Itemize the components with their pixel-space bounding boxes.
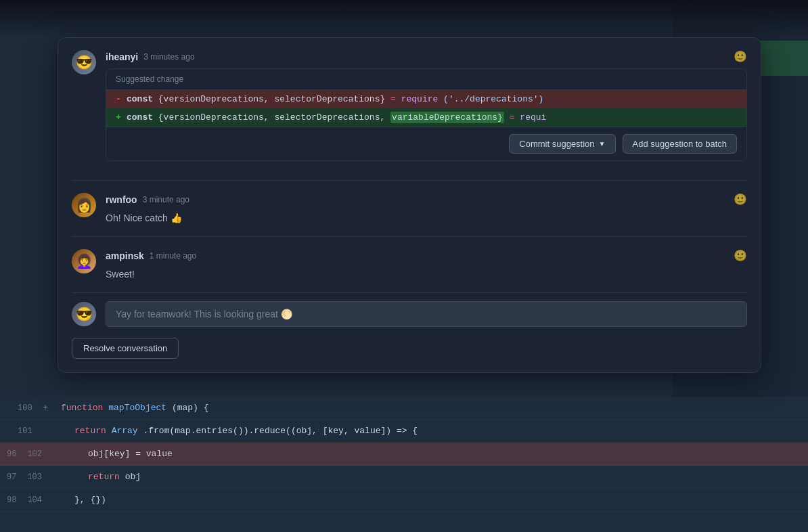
diff-removed-line: - const {versionDeprecations, selectorDe… bbox=[106, 90, 746, 108]
emoji-btn-ampinsk[interactable]: 🙂 bbox=[734, 249, 747, 262]
reply-row: Yay for teamwork! This is looking great … bbox=[58, 293, 761, 335]
conversation-panel: iheanyi 3 minutes ago 🙂 Suggested change… bbox=[58, 37, 761, 373]
time-iheanyi: 3 minutes ago bbox=[143, 52, 194, 62]
add-to-batch-button[interactable]: Add suggestion to batch bbox=[623, 134, 738, 154]
comment-header-rwnfoo: rwnfoo 3 minute ago 🙂 bbox=[106, 193, 747, 206]
avatar-current-user bbox=[72, 302, 96, 326]
emoji-btn-rwnfoo[interactable]: 🙂 bbox=[734, 193, 747, 206]
bg-code-bottom: 100 + function mapToObject (map) { 101 +… bbox=[0, 397, 808, 532]
avatar-rwnfoo bbox=[72, 193, 96, 217]
author-ampinsk: ampinsk bbox=[106, 250, 144, 261]
commit-button-label: Commit suggestion bbox=[519, 139, 594, 149]
suggestion-box: Suggested change - const {versionDepreca… bbox=[106, 68, 747, 161]
diff-added-code: const {versionDeprecations, selectorDepr… bbox=[127, 112, 546, 123]
diff-added-line: + const {versionDeprecations, selectorDe… bbox=[106, 108, 746, 127]
emoji-btn-iheanyi[interactable]: 🙂 bbox=[734, 50, 747, 63]
avatar-iheanyi bbox=[72, 50, 96, 74]
diff-minus-marker: - bbox=[116, 94, 127, 104]
reply-input[interactable]: Yay for teamwork! This is looking great … bbox=[106, 301, 747, 327]
time-ampinsk: 1 minute ago bbox=[150, 251, 196, 261]
code-line-101: 101 + return Array .from(map.entries()).… bbox=[0, 420, 808, 443]
diff-highlight: variableDeprecations} bbox=[390, 112, 504, 123]
commit-chevron-icon: ▼ bbox=[599, 140, 606, 148]
suggestion-label: Suggested change bbox=[106, 69, 746, 90]
diff-plus-marker: + bbox=[116, 112, 127, 123]
comment-iheanyi: iheanyi 3 minutes ago 🙂 Suggested change… bbox=[58, 38, 761, 180]
code-line-98-104: 98 104 + }, {}) bbox=[0, 489, 808, 512]
author-iheanyi: iheanyi bbox=[106, 51, 138, 62]
comment-header-iheanyi: iheanyi 3 minutes ago 🙂 bbox=[106, 50, 747, 63]
code-line-97-103: 97 103 + return obj bbox=[0, 466, 808, 489]
comment-content-ampinsk: ampinsk 1 minute ago 🙂 Sweet! bbox=[106, 249, 747, 282]
comment-ampinsk: ampinsk 1 minute ago 🙂 Sweet! bbox=[58, 237, 761, 292]
commit-suggestion-button[interactable]: Commit suggestion ▼ bbox=[509, 134, 615, 154]
resolve-row: Resolve conversation bbox=[58, 335, 761, 359]
avatar-ampinsk bbox=[72, 249, 96, 273]
comment-rwnfoo: rwnfoo 3 minute ago 🙂 Oh! Nice catch 👍 bbox=[58, 181, 761, 236]
code-diff: - const {versionDeprecations, selectorDe… bbox=[106, 90, 746, 127]
time-rwnfoo: 3 minute ago bbox=[143, 195, 189, 204]
code-line-100: 100 + function mapToObject (map) { bbox=[0, 397, 808, 420]
comment-content-iheanyi: iheanyi 3 minutes ago 🙂 Suggested change… bbox=[106, 50, 747, 169]
resolve-conversation-button[interactable]: Resolve conversation bbox=[72, 338, 179, 359]
author-rwnfoo: rwnfoo bbox=[106, 194, 137, 205]
code-line-96-102: 96 102 + obj[key] = value bbox=[0, 443, 808, 466]
text-ampinsk: Sweet! bbox=[106, 267, 747, 282]
diff-removed-code: const {versionDeprecations, selectorDepr… bbox=[127, 94, 543, 104]
suggestion-actions: Commit suggestion ▼ Add suggestion to ba… bbox=[106, 127, 746, 160]
text-rwnfoo: Oh! Nice catch 👍 bbox=[106, 211, 747, 225]
comment-header-ampinsk: ampinsk 1 minute ago 🙂 bbox=[106, 249, 747, 262]
comment-content-rwnfoo: rwnfoo 3 minute ago 🙂 Oh! Nice catch 👍 bbox=[106, 193, 747, 225]
